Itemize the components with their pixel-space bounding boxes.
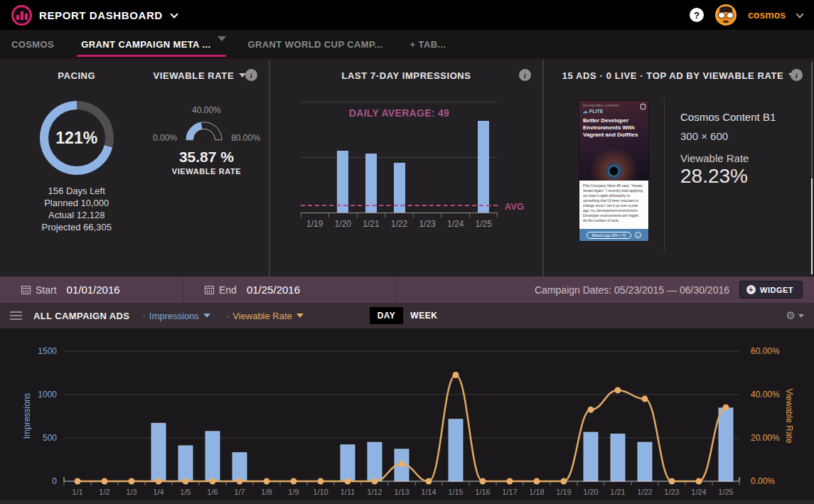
impressions-bar[interactable] — [638, 442, 652, 481]
stat-projected: Projected 66,305 — [42, 221, 112, 233]
add-tab-button[interactable]: + TAB... — [410, 30, 446, 58]
viewable-rate-dot[interactable] — [264, 478, 270, 485]
metric1-selector[interactable]: · Impressions — [142, 311, 210, 321]
tab-dropdown-caret-icon[interactable] — [218, 36, 226, 41]
impressions-bar[interactable] — [368, 442, 382, 481]
week-toggle[interactable]: WEEK — [403, 307, 444, 324]
cloud-icon: ☁ — [583, 109, 588, 114]
end-label: End — [219, 284, 237, 296]
viewable-rate-dot[interactable] — [291, 478, 297, 485]
last7-bar-slot — [441, 102, 470, 213]
impressions-bar[interactable] — [449, 419, 463, 481]
viewable-rate-dot[interactable] — [723, 404, 729, 411]
start-date-input[interactable]: 01/01/2016 — [67, 284, 120, 296]
viewable-rate-dot[interactable] — [237, 478, 243, 485]
pacing-donut-chart: 121% — [40, 101, 114, 175]
x-axis-label: 1/21 — [610, 488, 625, 496]
impressions-bar[interactable] — [719, 408, 733, 481]
metric2-selector[interactable]: · Viewable Rate — [226, 311, 304, 321]
pacing-info-icon[interactable]: i — [245, 69, 257, 81]
x-axis-label: 1/23 — [664, 488, 679, 496]
x-axis-label: 1/4 — [153, 488, 164, 496]
viewable-rate-dot[interactable] — [102, 478, 108, 485]
x-axis-label: 1/25 — [718, 488, 733, 496]
viewable-rate-dot[interactable] — [426, 478, 432, 485]
viewable-rate-dot[interactable] — [453, 372, 459, 378]
gauge-arc — [181, 117, 227, 143]
x-axis-label: 1/5 — [180, 488, 191, 496]
end-date-input[interactable]: 01/25/2016 — [247, 284, 300, 296]
impressions-bar[interactable] — [205, 431, 220, 481]
user-avatar[interactable] — [715, 4, 737, 26]
right-axis-tick: 20.00% — [751, 433, 780, 443]
gauge-caption: VIEWABLE RATE — [172, 167, 241, 176]
viewable-rate-dot[interactable] — [129, 478, 135, 485]
viewable-rate-dot[interactable] — [75, 478, 81, 485]
tab-grant-campaign-meta[interactable]: GRANT CAMPAIGN META ... — [81, 30, 210, 58]
viewable-rate-dot[interactable] — [345, 478, 351, 485]
gauge-mid-label: 40.00% — [192, 105, 221, 115]
divider — [664, 98, 665, 251]
viewable-rate-dot[interactable] — [534, 478, 540, 485]
chevron-down-icon[interactable] — [170, 10, 178, 18]
viewable-rate-dot[interactable] — [399, 461, 405, 467]
x-axis-label: 1/19 — [556, 488, 571, 496]
viewable-rate-dot[interactable] — [696, 478, 702, 485]
viewable-rate-dot[interactable] — [642, 396, 648, 402]
widget-button[interactable]: + WIDGET — [739, 281, 803, 299]
user-menu-chevron-icon[interactable] — [796, 10, 803, 18]
caret-down-icon — [798, 314, 804, 318]
calendar-icon — [21, 286, 31, 294]
viewable-rate-dot[interactable] — [615, 387, 621, 393]
left-axis-tick: 1000 — [38, 390, 57, 400]
right-axis-tick: 0.00% — [751, 476, 775, 486]
menu-icon[interactable] — [10, 311, 22, 320]
x-axis-label: 1/10 — [313, 488, 328, 496]
username[interactable]: cosmos — [748, 9, 786, 21]
impressions-bar[interactable] — [232, 453, 247, 481]
help-button[interactable]: ? — [690, 8, 704, 22]
chart-controls-bar: ALL CAMPAIGN ADS · Impressions · Viewabl… — [0, 303, 814, 328]
viewable-rate-dot[interactable] — [156, 478, 162, 485]
ad-name: Cosmos Content B1 — [680, 111, 776, 123]
viewable-rate-dot[interactable] — [588, 407, 594, 413]
last7-x-label: 1/22 — [385, 218, 414, 229]
chart-settings[interactable]: ⚙ — [786, 309, 804, 322]
impressions-bar[interactable] — [151, 423, 166, 481]
left-axis-tick: 0 — [52, 476, 57, 486]
last7-info-icon[interactable]: i — [519, 69, 531, 81]
x-axis-label: 1/8 — [261, 488, 272, 496]
caret-down-icon — [203, 313, 210, 318]
viewable-rate-dot[interactable] — [318, 478, 324, 485]
pacing-percent: 121% — [48, 109, 105, 166]
viewable-rate-dot[interactable] — [183, 478, 189, 485]
last7-bar-slot — [413, 102, 441, 213]
tab-grant-world-cup[interactable]: GRANT WORLD CUP CAMP... — [247, 30, 382, 58]
ad-brand-pill: Brand Logo 300 × 70 — [587, 232, 631, 239]
share-icon — [641, 104, 646, 109]
viewable-rate-dot[interactable] — [210, 478, 216, 485]
impressions-bar[interactable] — [611, 434, 625, 481]
stat-planned: Planned 10,000 — [42, 197, 112, 209]
ad-metric-value: 28.23% — [680, 165, 776, 188]
impressions-bar[interactable] — [341, 445, 355, 481]
viewable-rate-dot[interactable] — [507, 478, 513, 485]
viewable-rate-dot[interactable] — [480, 478, 486, 485]
top-ad-title-selector[interactable]: 15 ADS · 0 LIVE · TOP AD BY VIEWABLE RAT… — [562, 70, 796, 81]
impressions-bar[interactable] — [178, 446, 193, 481]
ad-preview-card[interactable]: SPONSORED CONTENT ☁ FLITE Better Develop… — [579, 101, 648, 241]
viewable-rate-dot[interactable] — [372, 478, 378, 485]
impressions-bar[interactable] — [584, 432, 598, 481]
viewable-rate-dot[interactable] — [669, 478, 675, 485]
tab-cosmos[interactable]: COSMOS — [11, 30, 54, 58]
top-ad-info-icon[interactable]: i — [791, 69, 803, 81]
day-toggle[interactable]: DAY — [370, 307, 404, 324]
left-axis-tick: 1500 — [38, 346, 57, 356]
main-combo-chart: 050010001500Impressions0.00%20.00%40.00%… — [0, 328, 814, 500]
viewable-rate-dot[interactable] — [561, 478, 567, 485]
last7-bar-slot — [329, 102, 358, 213]
ad-body-text: Flite Company Value #5 says, "Iterate. I… — [579, 181, 648, 229]
last7-bar-slot — [357, 102, 385, 213]
last7-bar-slot — [469, 102, 498, 213]
last7-x-label: 1/21 — [357, 218, 385, 229]
